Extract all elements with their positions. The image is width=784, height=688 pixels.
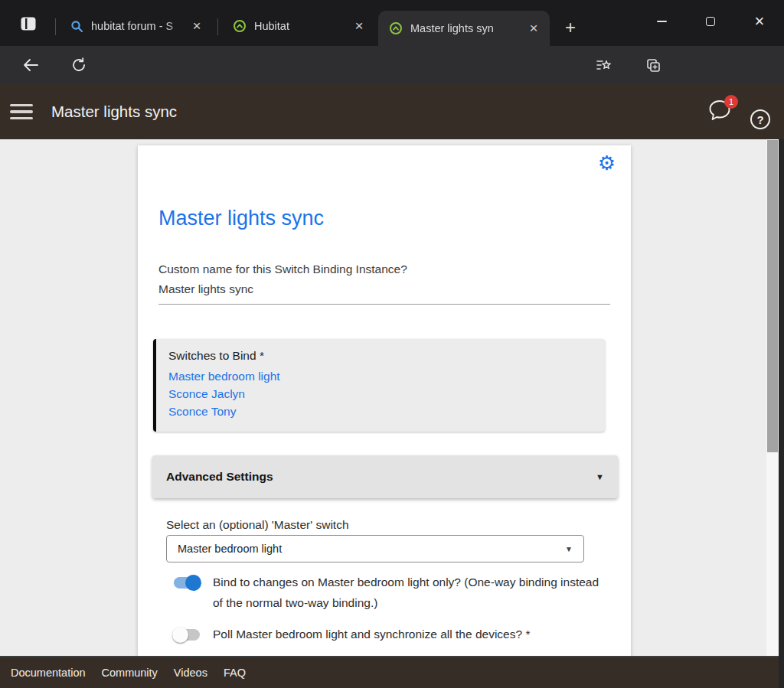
tab-title: Hubitat	[254, 20, 349, 32]
tab-title: hubitat forum - S	[91, 20, 187, 32]
one-way-binding-label: Bind to changes on Master bedroom light …	[213, 572, 599, 613]
name-field-label: Custom name for this Switch Binding Inst…	[158, 262, 407, 276]
poll-devices-toggle[interactable]	[174, 629, 200, 641]
hamburger-icon	[10, 104, 33, 107]
browser-tab-bar: hubitat forum - S × Hubitat × Master lig…	[0, 0, 784, 46]
master-switch-label: Select an (optional) 'Master' switch	[166, 518, 349, 532]
close-icon: ×	[755, 13, 765, 30]
window-close-button[interactable]: ×	[735, 3, 784, 40]
tab-divider	[55, 18, 56, 35]
tab-close-button[interactable]: ×	[524, 18, 544, 38]
one-way-binding-row: Bind to changes on Master bedroom light …	[174, 572, 599, 613]
new-tab-button[interactable]: +	[559, 16, 582, 39]
page-scrollbar[interactable]	[766, 139, 779, 656]
tab-divider	[217, 18, 218, 35]
chevron-down-icon: ▼	[565, 545, 573, 553]
device-link-master-bedroom-light[interactable]: Master bedroom light	[168, 367, 605, 385]
scrollbar-thumb[interactable]	[767, 140, 778, 452]
gear-icon: ⚙	[598, 152, 616, 174]
switches-to-bind-box[interactable]: Switches to Bind * Master bedroom light …	[153, 339, 605, 432]
menu-button[interactable]	[10, 100, 39, 123]
collections-button[interactable]	[640, 52, 666, 78]
advanced-settings-label: Advanced Settings	[166, 470, 273, 484]
toggle-knob	[185, 575, 201, 591]
tab-title: Master lights syn	[410, 22, 524, 34]
app-settings-button[interactable]: ⚙	[598, 153, 616, 173]
app-footer: Documentation Community Videos FAQ	[0, 656, 779, 688]
search-icon	[70, 20, 83, 33]
question-icon: ?	[756, 113, 763, 126]
tab-actions-icon	[20, 16, 37, 31]
window-maximize-button[interactable]	[686, 3, 735, 40]
device-link-sconce-tony[interactable]: Sconce Tony	[168, 403, 605, 420]
desktop-edge-strip	[779, 139, 784, 688]
tab-actions-button[interactable]	[17, 14, 40, 34]
device-link-sconce-jaclyn[interactable]: Sconce Jaclyn	[168, 385, 605, 403]
hubitat-favicon-icon	[233, 19, 247, 33]
app-header: Master lights sync 1 ?	[0, 84, 784, 139]
app-card: ⚙ Master lights sync Custom name for thi…	[138, 145, 631, 656]
footer-link-community[interactable]: Community	[102, 667, 158, 679]
one-way-binding-toggle[interactable]	[174, 577, 200, 589]
page-title: Master lights sync	[158, 207, 324, 230]
refresh-icon	[71, 57, 87, 73]
refresh-button[interactable]	[66, 52, 92, 78]
window-controls: ×	[637, 0, 784, 43]
name-field-input[interactable]: Master lights sync	[158, 282, 610, 305]
master-switch-value: Master bedroom light	[178, 543, 282, 555]
hubitat-favicon-icon	[389, 21, 403, 35]
tab-close-button[interactable]: ×	[349, 16, 369, 36]
favorites-star-list-icon	[596, 57, 612, 73]
notification-badge: 1	[724, 95, 738, 109]
browser-tab-master-lights-sync[interactable]: Master lights syn ×	[378, 11, 550, 46]
maximize-icon	[706, 17, 715, 26]
master-switch-select[interactable]: Master bedroom light ▼	[166, 535, 584, 562]
chevron-down-icon: ▼	[596, 472, 604, 481]
advanced-settings-header[interactable]: Advanced Settings ▼	[152, 455, 618, 498]
app-header-title: Master lights sync	[51, 103, 177, 121]
switches-to-bind-label: Switches to Bind *	[168, 349, 605, 363]
poll-devices-row: Poll Master bedroom light and synchroniz…	[174, 624, 530, 644]
favorites-button[interactable]	[591, 52, 617, 78]
browser-toolbar: Not secure hubitat.local/installedapp/c.…	[0, 46, 784, 84]
footer-link-faq[interactable]: FAQ	[224, 667, 246, 679]
window-minimize-button[interactable]	[637, 3, 686, 40]
help-button[interactable]: ?	[750, 109, 770, 129]
page-content: ⚙ Master lights sync Custom name for thi…	[0, 139, 766, 656]
back-button[interactable]	[18, 52, 44, 78]
tab-close-button[interactable]: ×	[187, 16, 207, 36]
notifications-button[interactable]: 1	[707, 99, 737, 126]
footer-link-videos[interactable]: Videos	[174, 667, 207, 679]
browser-tab-hubitat[interactable]: Hubitat ×	[222, 12, 375, 40]
back-arrow-icon	[22, 58, 39, 72]
toggle-knob	[172, 627, 188, 643]
minimize-icon	[657, 21, 667, 22]
footer-link-documentation[interactable]: Documentation	[11, 667, 86, 679]
poll-devices-label: Poll Master bedroom light and synchroniz…	[213, 624, 530, 644]
collections-icon	[645, 57, 662, 73]
browser-tab-hubitat-forum[interactable]: hubitat forum - S ×	[60, 12, 213, 40]
